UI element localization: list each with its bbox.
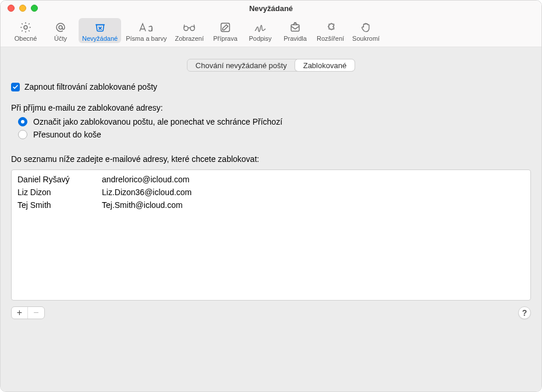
blocked-email: andrelorico@icloud.com xyxy=(96,170,530,186)
radio-group: Označit jako zablokovanou poštu, ale pon… xyxy=(18,117,531,143)
help-button[interactable]: ? xyxy=(518,306,531,319)
blocked-list[interactable]: Daniel Ryšavýandrelorico@icloud.comLiz D… xyxy=(11,169,531,301)
toolbar-general[interactable]: Obecné xyxy=(9,18,42,43)
at-icon xyxy=(54,20,67,34)
toolbar-label: Účty xyxy=(54,35,67,42)
footer: + − ? xyxy=(11,306,531,319)
svg-point-2 xyxy=(184,26,188,30)
glasses-icon xyxy=(182,20,197,34)
toolbar-label: Obecné xyxy=(15,35,37,42)
window-title: Nevyžádané xyxy=(1,4,541,13)
svg-point-0 xyxy=(24,26,27,29)
toolbar-composing[interactable]: Příprava xyxy=(208,18,242,43)
remove-button[interactable]: − xyxy=(28,307,44,319)
traffic-lights xyxy=(8,5,38,12)
toolbar-label: Rozšíření xyxy=(317,35,344,42)
toolbar-label: Příprava xyxy=(213,35,238,42)
when-blocked-label: Při příjmu e-mailu ze zablokované adresy… xyxy=(11,103,531,112)
titlebar: Nevyžádané xyxy=(1,1,541,16)
toolbar-signatures[interactable]: Podpisy xyxy=(243,18,277,43)
radio-trash-label: Přesunout do koše xyxy=(33,130,101,139)
add-button[interactable]: + xyxy=(12,307,28,319)
blocked-panel: Zapnout filtrování zablokované pošty Při… xyxy=(11,82,531,383)
zoom-window-button[interactable] xyxy=(31,5,38,12)
toolbar-label: Písma a barvy xyxy=(126,35,167,42)
radio-unselected-icon[interactable] xyxy=(18,130,27,139)
enable-blocked-row[interactable]: Zapnout filtrování zablokované pošty xyxy=(11,82,531,91)
svg-rect-5 xyxy=(291,24,299,31)
toolbar-label: Podpisy xyxy=(249,35,271,42)
toolbar-rules[interactable]: Pravidla xyxy=(278,18,312,43)
blocked-email: Liz.Dizon36@icloud.com xyxy=(96,186,530,199)
svg-point-3 xyxy=(190,26,194,30)
gear-icon xyxy=(19,20,32,34)
toolbar-viewing[interactable]: Zobrazení xyxy=(171,18,207,43)
rules-icon xyxy=(289,20,302,34)
add-remove-buttons: + − xyxy=(11,306,45,319)
table-row[interactable]: Tej SmithTej.Smith@icloud.com xyxy=(12,199,530,211)
blocked-name: Daniel Ryšavý xyxy=(12,170,96,186)
toolbar-label: Pravidla xyxy=(284,35,307,42)
enable-blocked-label: Zapnout filtrování zablokované pošty xyxy=(24,82,157,91)
puzzle-icon xyxy=(324,20,337,34)
toolbar: Obecné Účty Nevyžádané Písma a barvy Zob… xyxy=(1,16,541,47)
radio-trash-row[interactable]: Přesunout do koše xyxy=(18,130,531,139)
checkbox-checked-icon[interactable] xyxy=(11,83,20,91)
toolbar-fonts[interactable]: Písma a barvy xyxy=(122,18,170,43)
blocked-list-label: Do seznamu níže zadejte e-mailové adresy… xyxy=(11,154,531,164)
tab-blocked[interactable]: Zablokované xyxy=(295,59,355,71)
sub-tabs: Chování nevyžádané pošty Zablokované xyxy=(11,59,531,72)
minimize-window-button[interactable] xyxy=(19,5,26,12)
toolbar-label: Soukromí xyxy=(352,35,380,42)
table-row[interactable]: Liz DizonLiz.Dizon36@icloud.com xyxy=(12,186,530,199)
fonts-icon xyxy=(138,20,154,34)
hand-icon xyxy=(360,20,373,34)
junk-icon xyxy=(94,20,107,34)
toolbar-accounts[interactable]: Účty xyxy=(44,18,77,43)
content: Chování nevyžádané pošty Zablokované Zap… xyxy=(1,47,541,391)
toolbar-label: Nevyžádané xyxy=(82,35,118,42)
blocked-name: Liz Dizon xyxy=(12,186,96,199)
radio-mark-row[interactable]: Označit jako zablokovanou poštu, ale pon… xyxy=(18,117,531,126)
toolbar-label: Zobrazení xyxy=(175,35,204,42)
preferences-window: Nevyžádané Obecné Účty Nevyžádané Písma … xyxy=(0,0,542,392)
blocked-name: Tej Smith xyxy=(12,199,96,211)
table-row[interactable]: Daniel Ryšavýandrelorico@icloud.com xyxy=(12,170,530,186)
signature-icon xyxy=(253,20,267,34)
close-window-button[interactable] xyxy=(8,5,15,12)
compose-icon xyxy=(219,20,232,34)
toolbar-extensions[interactable]: Rozšíření xyxy=(313,18,348,43)
toolbar-privacy[interactable]: Soukromí xyxy=(349,18,383,43)
tab-junk-behavior[interactable]: Chování nevyžádané pošty xyxy=(187,59,295,71)
svg-point-1 xyxy=(59,26,62,29)
blocked-email: Tej.Smith@icloud.com xyxy=(96,199,530,211)
radio-mark-label: Označit jako zablokovanou poštu, ale pon… xyxy=(33,117,282,126)
toolbar-junk[interactable]: Nevyžádané xyxy=(79,18,121,43)
radio-selected-icon[interactable] xyxy=(18,117,27,126)
